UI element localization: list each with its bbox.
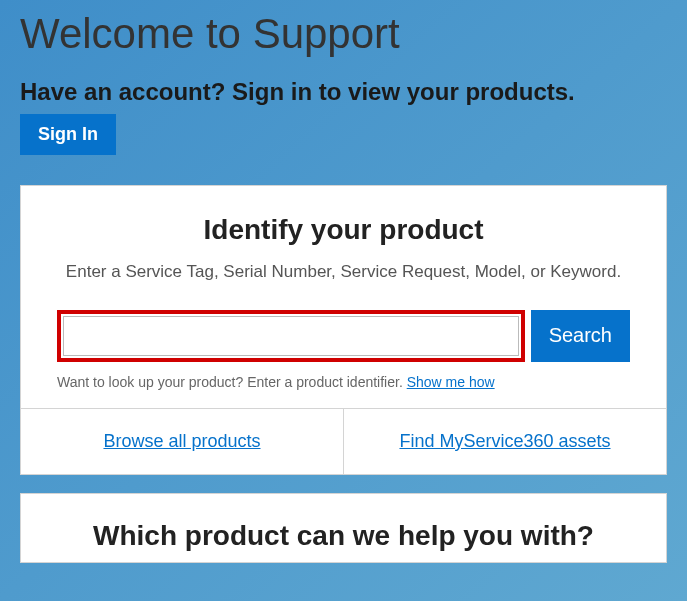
which-product-title: Which product can we help you with?: [57, 520, 630, 552]
browse-all-products-link[interactable]: Browse all products: [103, 431, 260, 451]
identify-title: Identify your product: [57, 214, 630, 246]
signin-prompt: Have an account? Sign in to view your pr…: [20, 78, 575, 106]
page-title: Welcome to Support: [20, 10, 667, 58]
search-button[interactable]: Search: [531, 310, 630, 362]
identify-footer: Browse all products Find MyService360 as…: [21, 408, 666, 474]
search-row: Search: [57, 310, 630, 362]
help-row: Want to look up your product? Enter a pr…: [57, 374, 630, 390]
help-text: Want to look up your product? Enter a pr…: [57, 374, 407, 390]
identify-subtitle: Enter a Service Tag, Serial Number, Serv…: [57, 260, 630, 284]
search-input-highlight: [57, 310, 525, 362]
signin-row: Have an account? Sign in to view your pr…: [20, 78, 667, 155]
search-input[interactable]: [63, 316, 519, 356]
show-me-how-link[interactable]: Show me how: [407, 374, 495, 390]
which-product-card: Which product can we help you with?: [20, 493, 667, 563]
signin-button[interactable]: Sign In: [20, 114, 116, 155]
identify-card: Identify your product Enter a Service Ta…: [20, 185, 667, 475]
find-myservice360-link[interactable]: Find MyService360 assets: [399, 431, 610, 451]
